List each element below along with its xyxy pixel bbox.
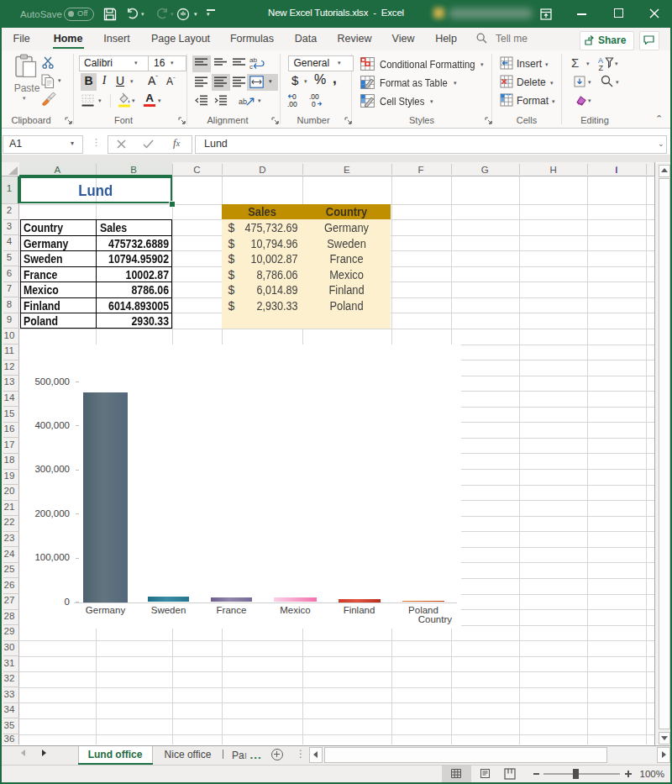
svg-text:ab: ab — [239, 97, 247, 106]
svg-text:c: c — [249, 63, 253, 70]
svg-text:.00: .00 — [287, 100, 297, 108]
svg-text:0: 0 — [312, 100, 316, 108]
svg-text:0: 0 — [292, 93, 297, 101]
svg-text:Z: Z — [599, 64, 604, 71]
